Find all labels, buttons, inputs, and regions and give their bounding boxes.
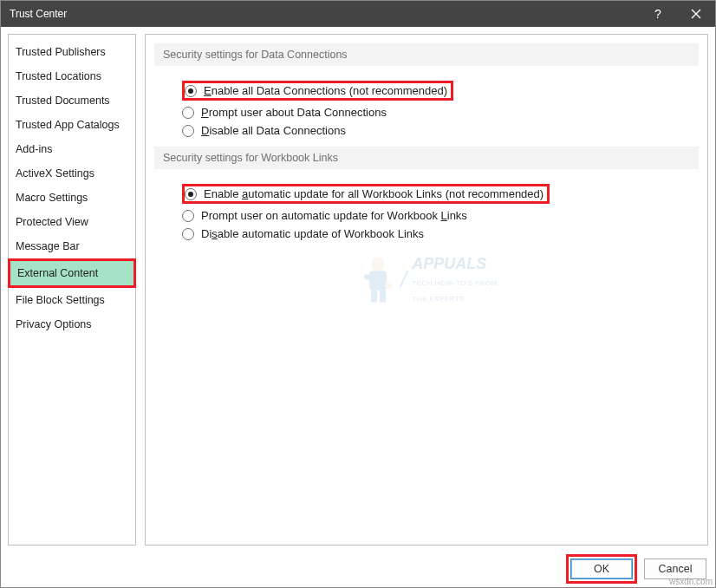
- watermark-icon: [355, 255, 395, 304]
- radio-option: Disable all Data Connections: [182, 121, 699, 140]
- svg-point-0: [371, 257, 385, 271]
- radio-group-workbook-links: Enable automatic update for all Workbook…: [154, 181, 699, 243]
- radio-label[interactable]: Prompt user on automatic update for Work…: [201, 209, 467, 222]
- sidebar-item[interactable]: Trusted App Catalogs: [9, 113, 135, 137]
- highlight-box: OK: [566, 554, 637, 584]
- sidebar-item[interactable]: Protected View: [9, 210, 135, 234]
- trust-center-dialog: Trust Center ? Trusted Publishers Truste…: [0, 0, 716, 588]
- radio-label[interactable]: Prompt user about Data Connections: [201, 106, 387, 119]
- sidebar-item[interactable]: Message Bar: [9, 234, 135, 258]
- svg-rect-4: [380, 290, 386, 302]
- section-heading-workbook-links: Security settings for Workbook Links: [154, 147, 699, 169]
- radio-label[interactable]: Enable automatic update for all Workbook…: [204, 187, 544, 200]
- watermark-text: APPUALS TECH HOW-TO'S FROM THE EXPERTS: [412, 255, 498, 304]
- radio-option: Enable automatic update for all Workbook…: [182, 181, 699, 206]
- close-icon: [691, 9, 701, 19]
- settings-panel: Security settings for Data Connections E…: [145, 34, 708, 546]
- highlight-box: Enable all Data Connections (not recomme…: [182, 81, 453, 101]
- category-sidebar: Trusted Publishers Trusted Locations Tru…: [8, 34, 136, 546]
- radio-option: Disable automatic update of Workbook Lin…: [182, 225, 699, 243]
- radio-group-data-connections: Enable all Data Connections (not recomme…: [154, 78, 699, 140]
- radio-option: Prompt user about Data Connections: [182, 103, 699, 121]
- radio-option: Prompt user on automatic update for Work…: [182, 206, 699, 225]
- svg-rect-3: [371, 290, 377, 302]
- titlebar: Trust Center ?: [1, 1, 715, 27]
- sidebar-item[interactable]: Trusted Publishers: [9, 40, 135, 64]
- highlight-box: External Content: [8, 258, 136, 288]
- radio-indicator[interactable]: [185, 188, 197, 200]
- radio-indicator[interactable]: [182, 107, 194, 119]
- dialog-footer: OK Cancel: [1, 552, 715, 587]
- sidebar-item[interactable]: File Block Settings: [9, 288, 135, 312]
- highlight-box: Enable automatic update for all Workbook…: [182, 184, 550, 204]
- window-title: Trust Center: [10, 8, 639, 20]
- section-heading-data-connections: Security settings for Data Connections: [154, 43, 699, 66]
- radio-indicator[interactable]: [182, 228, 194, 240]
- watermark: / APPUALS TECH HOW-TO'S FROM THE EXPERTS: [355, 255, 498, 304]
- close-button[interactable]: [677, 1, 715, 27]
- radio-option: Enable all Data Connections (not recomme…: [182, 78, 699, 103]
- svg-rect-2: [364, 274, 373, 279]
- sidebar-item[interactable]: Privacy Options: [9, 312, 135, 336]
- dialog-body: Trusted Publishers Trusted Locations Tru…: [1, 27, 715, 552]
- help-button[interactable]: ?: [639, 1, 677, 27]
- svg-point-5: [385, 281, 392, 288]
- sidebar-item[interactable]: Trusted Locations: [9, 64, 135, 88]
- ok-button[interactable]: OK: [570, 559, 633, 579]
- source-watermark: wsxdn.com: [669, 577, 713, 586]
- sidebar-item[interactable]: Trusted Documents: [9, 88, 135, 113]
- radio-indicator[interactable]: [182, 210, 194, 222]
- sidebar-item-external-content[interactable]: External Content: [10, 261, 133, 285]
- sidebar-item[interactable]: Macro Settings: [9, 186, 135, 210]
- radio-label[interactable]: Enable all Data Connections (not recomme…: [204, 84, 447, 97]
- radio-indicator[interactable]: [185, 85, 197, 97]
- sidebar-item[interactable]: Add-ins: [9, 137, 135, 161]
- radio-label[interactable]: Disable automatic update of Workbook Lin…: [201, 227, 424, 240]
- radio-indicator[interactable]: [182, 125, 194, 137]
- radio-label[interactable]: Disable all Data Connections: [201, 124, 346, 137]
- sidebar-item[interactable]: ActiveX Settings: [9, 161, 135, 186]
- svg-rect-1: [369, 271, 387, 290]
